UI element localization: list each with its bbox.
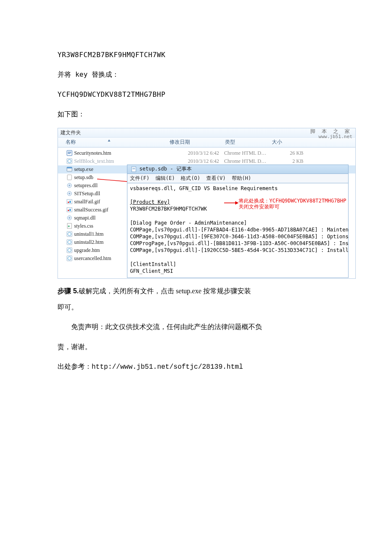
np-line: vsbasereqs.dll, GFN_CID VS Baseline Requ… [130,185,278,191]
file-doc-icon [66,150,72,156]
np-line: [ClientInstall] [130,261,176,267]
key-new: YCFHQ9DWCYDKV88T2TMHG7BHP [58,87,334,103]
file-name: setup.sdb [74,174,93,181]
col-date[interactable]: 修改日期 [170,139,225,146]
menu-edit[interactable]: 编辑(E) [156,175,175,182]
step5: 步骤 5.破解完成，关闭所有文件，点击 setup.exe 按常规步骤安装 [58,283,334,299]
np-line: [Product Key] [130,199,170,205]
file-gif-icon [66,207,72,213]
step5-rest: 破解完成，关闭所有文件，点击 setup.exe 按常规步骤安装 [79,287,251,295]
toolbar-label: 建文件夹 [61,130,81,136]
svg-rect-15 [69,201,71,203]
svg-point-10 [69,185,70,186]
svg-rect-18 [69,209,71,211]
file-name: SelfBlock_text.htm [74,158,169,165]
file-name: smallFail.gif [74,199,100,205]
disclaimer: 免责声明：此文仅供技术交流，任何由此产生的法律问题概不负 [58,319,334,335]
menu-view[interactable]: 查看(V) [206,175,226,182]
file-htm-icon [66,231,72,237]
watermark-cn: 脚 本 之 家 [310,129,352,134]
svg-rect-14 [68,202,69,203]
step5-cont: 即可。 [58,299,334,315]
file-name: uninstall1.htm [74,231,104,237]
file-size: 2 KB [274,158,303,165]
file-name: setupres.dll [74,182,98,189]
svg-point-20 [69,217,70,219]
file-name: SITSetup.dll [74,191,100,197]
file-dll-icon [66,191,72,197]
np-line: COMPage,[vs70pgui.dll]-[F7AFBAD4-E116-4d… [130,227,349,233]
svg-text:✱: ✱ [68,225,70,228]
file-name: uninstall2.htm [74,239,104,246]
replace-label: 并将 key 替换成： [58,66,334,83]
annotation-line1: 将此处换成：YCFHQ9DWCYDKV88T2TMHG7BHP [239,198,346,204]
screenshot: 脚 本 之 家 www.jb51.net 建文件夹 名称 修改日期 类型 大小 [58,128,356,279]
col-name[interactable]: 名称 [58,139,170,146]
file-name: sqmapi.dll [74,215,95,221]
file-sdb-icon [66,174,72,180]
file-gif-icon [66,199,72,205]
file-dll-icon [66,215,72,221]
notepad-title: setup.sdb - 记事本 [139,165,192,173]
file-name: setup.exe [74,166,93,173]
source-prefix: 出处参考： [58,362,92,370]
svg-point-12 [69,193,70,194]
svg-rect-34 [133,169,135,169]
file-name: styles.css [74,223,93,229]
file-htm-icon [66,158,72,164]
file-css-icon: ✱ [66,223,72,229]
notepad-window: setup.sdb - 记事本 文件(F) 编辑(E) 格式(O) 查看(V) … [127,165,349,278]
file-name: usercancelled.htm [74,255,111,262]
menu-help[interactable]: 帮助(H) [232,175,251,182]
annotation-text: 将此处换成：YCFHQ9DWCYDKV88T2TMHG7BHP 关闭文件安装即可 [239,198,346,210]
file-exe-icon [66,166,72,172]
np-line: [Dialog Page Order - AdminMaintenance] [130,220,247,226]
notepad-icon [131,166,137,172]
file-type: Chrome HTML D… [222,158,274,165]
file-htm-icon [66,239,72,245]
watermark-url: www.jb51.net [310,134,352,139]
source-url: http://www.jb51.net/softjc/28139.html [92,363,243,371]
file-name: Securitynotes.htm [74,150,169,156]
file-htm-icon [66,255,72,261]
svg-rect-7 [67,167,72,168]
menu-format[interactable]: 格式(O) [181,175,200,182]
col-size[interactable]: 大小 [272,139,355,146]
file-name: smallSuccess.gif [74,207,108,213]
np-line: GFN_Client_MSI [130,268,173,274]
sort-asc-icon [107,139,111,142]
col-type[interactable]: 类型 [225,139,272,146]
file-type: Chrome HTML D… [222,150,274,156]
menu-file[interactable]: 文件(F) [130,175,150,182]
explorer-body: Securitynotes.htm 2010/3/12 6:42 Chrome … [58,147,356,279]
notepad-menubar: 文件(F) 编辑(E) 格式(O) 查看(V) 帮助(H) [127,174,349,183]
file-size: 26 KB [274,150,303,156]
svg-rect-2 [68,153,71,153]
svg-rect-17 [68,210,69,211]
np-line: COMProgPage,[vs70pgui.dll]-[BB81D811-3F9… [130,240,349,246]
file-date: 2010/3/12 6:42 [170,158,222,165]
file-date: 2010/3/12 6:42 [170,150,222,156]
see-figure: 如下图： [58,106,334,122]
svg-rect-1 [68,152,71,152]
file-row[interactable]: Securitynotes.htm 2010/3/12 6:42 Chrome … [58,149,355,157]
svg-rect-3 [68,153,70,154]
key-old: YR3W8FCM2B7BKF9HMQFTCH7WK [58,47,334,63]
file-dll-icon [66,182,72,188]
notepad-titlebar[interactable]: setup.sdb - 记事本 [127,165,349,174]
svg-rect-8 [67,175,72,180]
watermark: 脚 本 之 家 www.jb51.net [310,129,352,139]
np-line: COMPage,[vs70pgui.dll]-[1920CC5D-5BE5-45… [130,247,349,253]
disclaimer-cont: 责，谢谢。 [58,339,334,355]
file-htm-icon [66,247,72,253]
col-name-label: 名称 [66,139,76,146]
svg-rect-33 [133,168,135,168]
file-name: upgrade.htm [74,247,100,254]
source: 出处参考：http://www.jb51.net/softjc/28139.ht… [58,358,334,375]
step5-prefix: 步骤 5. [58,287,79,295]
annotation-line2: 关闭文件安装即可 [239,204,346,210]
np-line: COMPage,[vs70pgui.dll]-[9FE307C0-3646-11… [130,234,349,240]
np-line: YR3W8FCM2B7BKF9HMQFTCH7WK [130,206,207,212]
